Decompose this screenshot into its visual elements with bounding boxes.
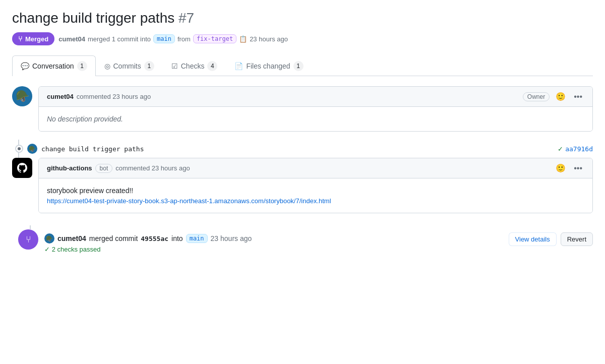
comment-1-meta: commented 23 hours ago — [77, 93, 151, 100]
commits-icon: ◎ — [104, 62, 110, 70]
content-area: 🪖 cumet04 commented 23 hours ago Owner 🙂… — [12, 76, 593, 253]
files-changed-icon: 📄 — [234, 62, 243, 70]
merge-commit-avatar: ⑂ — [18, 229, 38, 250]
copy-branch-icon[interactable]: 📋 — [239, 35, 247, 43]
tab-conversation-label: Conversation — [32, 62, 74, 70]
owner-badge: Owner — [523, 92, 550, 101]
tab-commits-count: 1 — [144, 61, 154, 71]
merge-time: 23 hours ago — [211, 234, 252, 242]
merge-into-text: into — [171, 234, 183, 242]
connector-line — [30, 225, 31, 229]
tab-conversation[interactable]: 💬 Conversation 1 — [12, 55, 96, 76]
comment-2-body: storybook preview created!! https://cume… — [39, 178, 592, 213]
comment-2: github-actions bot commented 23 hours ag… — [12, 158, 593, 213]
comment-1-header-left: cumet04 commented 23 hours ago — [47, 93, 151, 100]
comment-1: 🪖 cumet04 commented 23 hours ago Owner 🙂… — [12, 86, 593, 132]
merge-commit-footer: ⑂ 🪖 cumet04 merged commit 49555ac into m… — [18, 221, 593, 253]
tab-commits[interactable]: ◎ Commits 1 — [96, 55, 163, 76]
tabs-bar: 💬 Conversation 1 ◎ Commits 1 ☑ Checks 4 … — [12, 55, 593, 76]
merge-commit-hash: 49555ac — [141, 235, 168, 242]
merge-cumet-avatar: 🪖 — [44, 233, 54, 244]
checks-passed-text: ✓ 2 checks passed — [44, 246, 505, 253]
pr-title: change build trigger paths #7 — [12, 10, 593, 26]
merge-author: cumet04 — [57, 234, 86, 242]
tab-conversation-count: 1 — [77, 61, 87, 71]
more-options-button-1[interactable]: ••• — [572, 91, 584, 102]
from-text: from — [177, 35, 191, 43]
more-options-button-2[interactable]: ••• — [572, 163, 584, 174]
reaction-button-2[interactable]: 🙂 — [554, 162, 568, 174]
base-branch-tag[interactable]: main — [153, 34, 175, 43]
pr-meta-bar: ⑂ Merged cumet04 merged 1 commit into ma… — [12, 32, 593, 45]
checks-icon: ☑ — [171, 62, 178, 70]
commit-dot — [15, 145, 23, 153]
pr-title-text: change build trigger paths — [12, 10, 174, 26]
comment-2-meta: commented 23 hours ago — [115, 164, 190, 172]
merge-action-text: merged commit — [89, 234, 138, 242]
pr-number: #7 — [178, 10, 194, 26]
comment-1-header-right: Owner 🙂 ••• — [523, 91, 584, 102]
tab-checks-count: 4 — [207, 61, 217, 71]
merge-commit-info: 🪖 cumet04 merged commit 49555ac into mai… — [44, 230, 505, 253]
tab-commits-label: Commits — [113, 62, 141, 70]
view-details-button[interactable]: View details — [509, 232, 557, 246]
commit-timeline-line: 🪖 change build trigger paths ✓ aa7916d — [18, 140, 593, 158]
tab-checks[interactable]: ☑ Checks 4 — [163, 55, 226, 76]
bot-badge: bot — [95, 164, 113, 173]
pr-action-text: merged 1 commit into — [88, 35, 151, 43]
avatar-cumet04: 🪖 — [12, 86, 32, 106]
commit-check-icon: ✓ — [558, 145, 563, 153]
tab-files-changed-label: Files changed — [246, 62, 290, 70]
head-branch-tag[interactable]: fix-target — [193, 34, 236, 43]
commit-hash-link[interactable]: aa7916d — [565, 145, 593, 153]
merge-icon: ⑂ — [18, 35, 22, 43]
conversation-icon: 💬 — [21, 62, 29, 70]
comment-1-body-text: No description provided. — [47, 115, 123, 123]
comment-1-author[interactable]: cumet04 — [47, 93, 74, 100]
reaction-button-1[interactable]: 🙂 — [554, 91, 568, 102]
commit-author-avatar: 🪖 — [27, 144, 37, 154]
comment-1-wrapper: cumet04 commented 23 hours ago Owner 🙂 •… — [38, 86, 593, 132]
commit-info: 🪖 change build trigger paths — [33, 144, 144, 154]
tab-checks-label: Checks — [181, 62, 205, 70]
tab-files-changed-count: 1 — [293, 61, 304, 71]
pr-time: 23 hours ago — [250, 35, 288, 43]
pr-author: cumet04 — [58, 35, 85, 43]
checks-count: 2 checks passed — [52, 246, 101, 253]
merge-base-branch[interactable]: main — [186, 234, 208, 243]
comment-1-body: No description provided. — [39, 107, 592, 131]
revert-button[interactable]: Revert — [561, 232, 593, 246]
comment-1-header: cumet04 commented 23 hours ago Owner 🙂 •… — [39, 87, 592, 107]
merged-label: Merged — [25, 35, 48, 43]
merge-commit-text: 🪖 cumet04 merged commit 49555ac into mai… — [44, 233, 505, 244]
tab-files-changed[interactable]: 📄 Files changed 1 — [226, 55, 312, 76]
avatar-github-actions — [12, 158, 32, 178]
comment-2-wrapper: github-actions bot commented 23 hours ag… — [38, 158, 593, 213]
pr-meta-text: cumet04 merged 1 commit into main from f… — [58, 34, 288, 43]
comment-2-body-text: storybook preview created!! — [47, 187, 584, 195]
comment-2-header: github-actions bot commented 23 hours ag… — [39, 158, 592, 178]
comment-2-header-left: github-actions bot commented 23 hours ag… — [47, 164, 190, 173]
comment-2-author[interactable]: github-actions — [47, 164, 92, 172]
commit-message: change build trigger paths — [41, 145, 144, 153]
storybook-link[interactable]: https://cumet04-test-private-story-book.… — [47, 197, 331, 205]
commit-hash-area: ✓ aa7916d — [558, 145, 593, 153]
merged-badge: ⑂ Merged — [12, 32, 54, 45]
comment-2-header-right: 🙂 ••• — [554, 162, 584, 174]
merge-actions: View details Revert — [509, 230, 593, 246]
